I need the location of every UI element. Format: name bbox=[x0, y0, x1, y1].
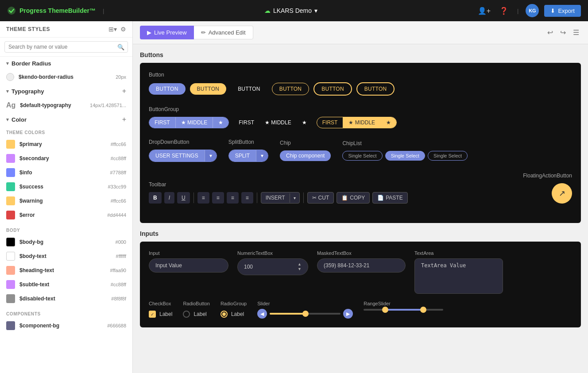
split-button[interactable]: SPLIT ▾ bbox=[228, 150, 268, 162]
rangeslider-thumb-right[interactable] bbox=[420, 307, 426, 313]
radio-button-group-label: RadioButton bbox=[183, 301, 210, 306]
checkbox-checked[interactable]: ✓ bbox=[149, 311, 156, 318]
undo-button[interactable]: ↩ bbox=[545, 27, 555, 38]
radio-button-off[interactable] bbox=[183, 311, 190, 318]
toolbar-align-right[interactable]: ≡ bbox=[227, 192, 239, 204]
sidebar-section-header-border-radius[interactable]: ▾ Border Radius bbox=[0, 57, 132, 70]
chip-sub-label: Chip bbox=[280, 140, 331, 146]
demo-btn-outline2[interactable]: BUTTON bbox=[313, 82, 352, 96]
btn-group-ghost-middle[interactable]: ★ MIDDLE bbox=[259, 117, 297, 128]
advanced-edit-button[interactable]: ✏ Advanced Edit bbox=[194, 26, 253, 39]
sidebar-section-header-typography[interactable]: ▾ Typography + bbox=[0, 84, 132, 99]
demo-btn-outline3[interactable]: BUTTON bbox=[356, 82, 395, 96]
demo-btn-outline[interactable]: BUTTON bbox=[272, 83, 309, 95]
btn-group-middle[interactable]: ★ MIDDLE bbox=[176, 117, 213, 128]
add-typography-icon[interactable]: + bbox=[122, 87, 126, 95]
toolbar-align-center[interactable]: ≡ bbox=[212, 192, 224, 204]
project-name[interactable]: ☁ LKARS Demo ▾ bbox=[264, 7, 317, 14]
help-button[interactable]: ❓ bbox=[498, 5, 510, 17]
chiplist-item-2[interactable]: Single Select bbox=[428, 151, 468, 161]
sidebar-toggle-button[interactable]: ⊞▾ bbox=[108, 26, 117, 33]
slider-thumb[interactable] bbox=[302, 311, 309, 317]
primary-color-swatch bbox=[6, 140, 15, 149]
chiplist-item-0[interactable]: Single Select bbox=[342, 151, 382, 161]
rangeslider-thumb-left[interactable] bbox=[382, 307, 388, 313]
search-icon: 🔍 bbox=[117, 44, 124, 50]
live-preview-button[interactable]: ▶ Live Preview bbox=[140, 26, 194, 39]
spin-up[interactable]: ▲ bbox=[298, 262, 302, 266]
toolbar-paste-button[interactable]: 📄 PASTE bbox=[372, 192, 407, 204]
var-value-border-radius: 20px bbox=[116, 74, 126, 80]
search-input[interactable] bbox=[4, 41, 128, 53]
sidebar-section-header-color[interactable]: ▾ Color + bbox=[0, 112, 132, 127]
toolbar-bold[interactable]: B bbox=[149, 192, 162, 204]
input-group: Input bbox=[149, 250, 228, 273]
btn-group-outline-middle[interactable]: ★ MIDDLE bbox=[343, 117, 381, 128]
demo-btn-ghost[interactable]: BUTTON bbox=[231, 83, 267, 95]
dropdown-main[interactable]: USER SETTINGS bbox=[149, 150, 205, 162]
dropdown-arrow[interactable]: ▾ bbox=[205, 150, 217, 162]
radiogroup-label: Label bbox=[231, 311, 244, 317]
buttons-section-title: Buttons bbox=[140, 51, 581, 58]
component-bg-swatch bbox=[6, 321, 15, 330]
slider-group: Slider ◀ ▶ bbox=[257, 301, 353, 319]
slider-label: Slider bbox=[257, 301, 353, 306]
btn-group-ghost-first[interactable]: FIRST bbox=[233, 117, 259, 128]
toolbar-align-justify[interactable]: ≡ bbox=[241, 192, 253, 204]
toolbar-underline[interactable]: U bbox=[177, 192, 190, 204]
demo-btn-yellow[interactable]: BUTTON bbox=[190, 83, 227, 95]
sidebar-item-warning: $warning #ffcc66 bbox=[0, 194, 132, 208]
add-user-button[interactable]: 👤+ bbox=[476, 5, 492, 17]
slider-left-arrow[interactable]: ◀ bbox=[257, 309, 267, 319]
radio-group-on[interactable] bbox=[220, 311, 228, 318]
btn-group-ghost-star[interactable]: ★ bbox=[297, 117, 312, 128]
slider-right-arrow[interactable]: ▶ bbox=[343, 309, 353, 319]
toolbar-insert-dropdown[interactable]: INSERT ▾ bbox=[261, 192, 300, 204]
redo-button[interactable]: ↪ bbox=[558, 27, 568, 38]
scissors-icon: ✂ bbox=[312, 195, 317, 201]
toolbar-copy-button[interactable]: 📋 COPY bbox=[337, 192, 370, 204]
demo-textarea[interactable]: TextArea Value bbox=[414, 258, 503, 294]
var-name-heading-text: $heading-text bbox=[19, 267, 54, 273]
buttongroup-sub-label: ButtonGroup bbox=[149, 106, 572, 112]
add-color-icon[interactable]: + bbox=[122, 115, 126, 123]
dropdown-button[interactable]: USER SETTINGS ▾ bbox=[149, 150, 217, 162]
toolbar-right: ↩ ↪ ☰ bbox=[545, 27, 581, 38]
cloud-icon: ☁ bbox=[264, 7, 271, 14]
warning-color-swatch bbox=[6, 196, 15, 205]
var-name-subtle-text: $subtle-text bbox=[19, 281, 49, 288]
toolbar-italic[interactable]: I bbox=[164, 192, 174, 204]
fab-button[interactable]: ↗ bbox=[552, 183, 572, 204]
btn-group-outline-first[interactable]: FIRST bbox=[317, 117, 344, 128]
toolbar-align-left[interactable]: ≡ bbox=[197, 192, 209, 204]
rangeslider-group: RangeSlider bbox=[364, 301, 443, 311]
var-name-primary: $primary bbox=[19, 141, 42, 147]
btn-group-first[interactable]: FIRST bbox=[149, 117, 176, 128]
var-value-info: #7788ff bbox=[110, 170, 126, 175]
chip-group: Chip Chip component bbox=[280, 140, 331, 161]
preview-actions: ▶ Live Preview ✏ Advanced Edit bbox=[140, 26, 253, 39]
sidebar-item-info: $info #7788ff bbox=[0, 165, 132, 180]
split-main[interactable]: SPLIT bbox=[229, 150, 256, 162]
numeric-textbox: 100 ▲ ▼ bbox=[237, 258, 308, 275]
chip-button[interactable]: Chip component bbox=[280, 150, 331, 161]
border-radius-swatch bbox=[6, 73, 14, 81]
split-arrow[interactable]: ▾ bbox=[256, 150, 268, 162]
btn-group-star[interactable]: ★ bbox=[213, 117, 228, 128]
color-section-title: ▾ Color bbox=[6, 116, 27, 123]
masked-textbox[interactable] bbox=[317, 258, 406, 273]
numeric-spinners: ▲ ▼ bbox=[298, 262, 302, 271]
slider-fill bbox=[270, 313, 305, 315]
subtle-text-swatch bbox=[6, 280, 15, 289]
demo-input[interactable] bbox=[149, 258, 228, 273]
list-button[interactable]: ☰ bbox=[571, 27, 581, 38]
export-button[interactable]: ⬇ Export bbox=[544, 5, 581, 17]
toolbar-cut-button[interactable]: ✂ CUT bbox=[307, 192, 334, 204]
sidebar-settings-button[interactable]: ⚙ bbox=[120, 26, 126, 33]
demo-btn-solid[interactable]: BUTTON bbox=[149, 83, 186, 95]
btn-group-outline-star[interactable]: ★ bbox=[381, 117, 396, 128]
var-value-secondary: #cc88ff bbox=[111, 156, 126, 161]
spin-down[interactable]: ▼ bbox=[298, 267, 302, 271]
content-area: ▶ Live Preview ✏ Advanced Edit ↩ ↪ ☰ But… bbox=[133, 21, 588, 373]
chiplist-item-1[interactable]: Single Select bbox=[385, 151, 425, 161]
